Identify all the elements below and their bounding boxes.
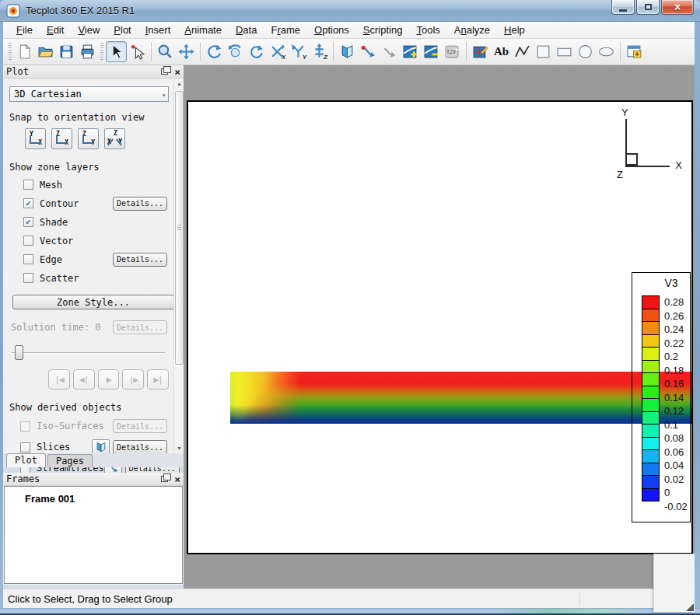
layer-row-contour: Contour Details... (23, 197, 169, 210)
slices-label: Slices (37, 442, 92, 453)
new-file-icon[interactable] (14, 41, 35, 62)
rotate-z-icon[interactable]: Z (309, 41, 330, 62)
add-square-icon[interactable] (533, 41, 554, 62)
menu-file[interactable]: File (9, 23, 40, 37)
float-panel-icon[interactable] (161, 476, 168, 482)
save-icon[interactable] (56, 41, 77, 62)
tab-plot[interactable]: Plot (6, 453, 46, 467)
menu-view[interactable]: View (71, 23, 107, 37)
scrollbar-thumb[interactable] (175, 91, 184, 365)
print-icon[interactable] (77, 41, 98, 62)
add-rectangle-icon[interactable] (554, 41, 575, 62)
step-forward-button[interactable]: |▶ (122, 369, 144, 390)
solution-time-details-button[interactable]: Details... (113, 320, 167, 334)
vector-checkbox[interactable] (23, 236, 33, 246)
close-panel-icon[interactable]: × (174, 67, 180, 77)
snap-view-yx-button[interactable]: YX (25, 128, 46, 149)
tab-pages[interactable]: Pages (47, 454, 93, 467)
create-new-frame-icon[interactable] (624, 41, 645, 62)
edge-checkbox[interactable] (23, 254, 33, 264)
adjust-tool-icon[interactable] (127, 41, 148, 62)
iso-surfaces-label: Iso-Surfaces (37, 421, 113, 432)
rotate-x-icon[interactable]: X (267, 41, 288, 62)
solution-time-slider[interactable] (11, 345, 166, 360)
slices-details-button[interactable]: Details... (113, 440, 167, 454)
float-panel-icon[interactable] (161, 68, 168, 75)
end-streamtrace-icon[interactable] (379, 41, 400, 62)
select-tool-icon[interactable] (106, 41, 127, 62)
skip-to-end-button[interactable]: ▶| (147, 369, 169, 390)
play-button[interactable]: ▶ (98, 369, 120, 390)
remove-contour-level-icon[interactable] (421, 41, 442, 62)
menu-scripting[interactable]: Scripting (356, 23, 410, 37)
rotate-rollerball-icon[interactable] (225, 41, 246, 62)
add-circle-icon[interactable] (575, 41, 596, 62)
add-contour-level-icon[interactable] (400, 41, 421, 62)
zoom-tool-icon[interactable] (155, 41, 176, 62)
floating-panel (653, 554, 695, 612)
toolbar-separator (151, 42, 152, 61)
plot-type-dropdown[interactable]: 3D Cartesian ▾ (9, 86, 169, 102)
layer-row-shade: Shade (23, 215, 169, 229)
resize-grip-icon[interactable] (686, 603, 694, 611)
menu-data[interactable]: Data (229, 23, 264, 37)
iso-surfaces-details-button[interactable]: Details... (113, 419, 167, 433)
shade-checkbox[interactable] (23, 217, 33, 227)
open-file-icon[interactable] (35, 41, 56, 62)
slice-placement-button[interactable] (92, 439, 110, 455)
contour-label: Contour (40, 198, 113, 209)
rotate-y-icon[interactable]: Y (288, 41, 309, 62)
slices-checkbox[interactable] (20, 442, 30, 453)
menu-animate[interactable]: Animate (177, 23, 229, 37)
sidebar-scrollbar[interactable]: ▲ ▼ (173, 79, 184, 453)
menu-plot[interactable]: Plot (107, 23, 138, 37)
iso-surfaces-checkbox[interactable] (20, 421, 30, 432)
snap-view-iso-button[interactable]: ZXY (104, 128, 125, 149)
maximize-button[interactable] (636, 0, 660, 15)
menu-options[interactable]: Options (307, 23, 356, 37)
minimize-button[interactable] (611, 0, 635, 15)
skip-to-start-button[interactable]: |◀ (48, 369, 70, 390)
menu-insert[interactable]: Insert (138, 23, 178, 37)
probe-tool-icon[interactable] (470, 41, 491, 62)
slider-track[interactable] (11, 352, 166, 354)
rotate-twist-icon[interactable] (246, 41, 267, 62)
plot-frame[interactable]: Y X Z V3 (187, 100, 693, 554)
menu-tools[interactable]: Tools (409, 23, 446, 37)
rotate-spherical-icon[interactable] (204, 41, 225, 62)
mesh-checkbox[interactable] (23, 180, 33, 190)
plot-panel-header[interactable]: Plot × (3, 65, 184, 79)
toolbar-separator (333, 42, 334, 61)
snap-view-zy-button[interactable]: ZY (78, 128, 99, 149)
add-streamtrace-icon[interactable] (358, 41, 379, 62)
edge-details-button[interactable]: Details... (113, 253, 167, 267)
snap-view-zx-button[interactable]: ZX (51, 128, 72, 149)
add-text-icon[interactable]: Ab (491, 41, 512, 62)
menu-edit[interactable]: Edit (40, 23, 71, 37)
scatter-checkbox[interactable] (23, 273, 33, 283)
frame-list-item[interactable]: Frame 001 (5, 487, 182, 505)
plot-panel-title: Plot (6, 66, 161, 77)
add-ellipse-icon[interactable] (596, 41, 617, 62)
close-panel-icon[interactable]: × (174, 474, 180, 484)
close-button[interactable]: × (661, 0, 694, 15)
contour-details-button[interactable]: Details... (113, 197, 167, 211)
contour-checkbox[interactable] (23, 198, 33, 208)
translate-tool-icon[interactable] (176, 41, 197, 62)
menu-help[interactable]: Help (497, 23, 532, 37)
add-contour-label-icon[interactable]: 123 (442, 41, 463, 62)
legend-title: V3 (642, 277, 690, 295)
slider-thumb[interactable] (15, 345, 23, 360)
toolbar: X Y Z 123 Ab (3, 39, 695, 65)
title-bar[interactable]: Tecplot 360 EX 2015 R1 × (0, 0, 700, 22)
vector-label: Vector (40, 236, 169, 246)
slice-tool-icon[interactable] (337, 41, 358, 62)
add-polyline-icon[interactable] (512, 41, 533, 62)
menu-frame[interactable]: Frame (264, 23, 307, 37)
contour-legend[interactable]: V3 (632, 272, 691, 522)
step-back-button[interactable]: ◀| (73, 369, 95, 390)
frames-panel-header[interactable]: Frames × (3, 473, 184, 486)
plot-type-value: 3D Cartesian (14, 89, 82, 100)
zone-style-button[interactable]: Zone Style... (12, 295, 174, 309)
menu-analyze[interactable]: Analyze (447, 23, 497, 37)
